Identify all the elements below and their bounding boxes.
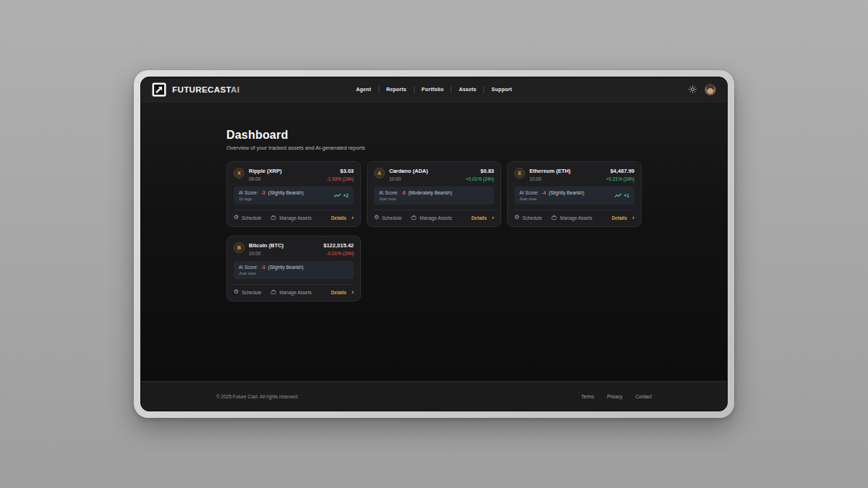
schedule-button[interactable]: ⚙ Schedule	[514, 215, 542, 221]
gear-icon: ⚙	[234, 290, 239, 294]
schedule-label: Schedule	[522, 215, 542, 221]
schedule-button[interactable]: ⚙ Schedule	[234, 290, 261, 295]
asset-avatar: X	[234, 168, 244, 179]
asset-time: 10:00	[249, 251, 284, 256]
footer-link-contact[interactable]: Contact	[636, 394, 652, 399]
brand: FUTURECASTAI	[152, 82, 239, 97]
asset-time: 10:00	[529, 176, 571, 181]
ai-score-label: AI Score:	[519, 190, 539, 195]
chevron-right-icon: ›	[352, 215, 354, 220]
card-actions: ⚙ Schedule Manage Assets	[514, 210, 634, 221]
card-actions: ⚙ Schedule Manage Assets	[234, 210, 354, 221]
schedule-button[interactable]: ⚙ Schedule	[234, 215, 261, 221]
trending-up-icon	[614, 193, 622, 198]
asset-price: $122,015.42	[323, 242, 354, 249]
ai-score-panel: AI Score: -3 (Slightly Bearish) Just now	[234, 261, 354, 280]
ai-score-updated: Just now	[239, 271, 304, 275]
ai-score-panel: AI Score: -3 (Slightly Bearish) 1h ago	[234, 187, 354, 205]
ai-score-value: -3	[261, 190, 265, 195]
logo-icon	[152, 82, 166, 97]
asset-avatar: E	[514, 168, 525, 179]
details-label: Details	[331, 290, 346, 295]
ai-score-sentiment: (Slightly Bearish)	[549, 190, 584, 195]
page-subtitle: Overview of your tracked assets and AI-g…	[226, 145, 642, 151]
chevron-right-icon: ›	[632, 215, 634, 220]
user-avatar[interactable]	[705, 84, 716, 95]
card-actions: ⚙ Schedule Manage Assets	[374, 210, 494, 221]
asset-name: Cardano (ADA)	[389, 168, 428, 174]
gear-icon: ⚙	[514, 215, 519, 220]
schedule-button[interactable]: ⚙ Schedule	[374, 215, 401, 221]
manage-assets-label: Manage Assets	[420, 215, 451, 221]
ai-score-label: AI Score:	[379, 190, 399, 195]
brand-name: FUTURECASTAI	[172, 85, 239, 94]
nav-item-agent[interactable]: Agent	[349, 87, 378, 92]
details-button[interactable]: Details ›	[331, 290, 354, 295]
asset-name: Bitcoin (BTC)	[249, 242, 284, 249]
app-window: FUTURECASTAI Agent Reports Portfolio Ass…	[140, 77, 728, 411]
details-button[interactable]: Details ›	[331, 215, 354, 221]
chevron-right-icon: ›	[352, 290, 354, 294]
manage-assets-label: Manage Assets	[279, 215, 311, 221]
trend-badge: +1	[614, 193, 629, 198]
brand-text: FUTURECAST	[172, 85, 231, 94]
ai-score-panel: AI Score: -6 (Moderately Bearish) Just n…	[374, 187, 494, 205]
asset-time: 09:00	[249, 176, 281, 181]
manage-assets-button[interactable]: Manage Assets	[411, 215, 451, 221]
nav-item-portfolio[interactable]: Portfolio	[414, 87, 451, 92]
trend-value: +2	[344, 193, 349, 198]
ai-score-updated: Just now	[379, 197, 452, 201]
asset-name: Ethereum (ETH)	[529, 168, 571, 174]
schedule-label: Schedule	[242, 215, 261, 221]
sun-icon	[689, 85, 697, 93]
asset-time: 10:00	[389, 176, 428, 181]
nav-item-assets[interactable]: Assets	[451, 87, 483, 92]
manage-assets-label: Manage Assets	[560, 215, 592, 221]
schedule-label: Schedule	[242, 290, 261, 295]
device-frame: FUTURECASTAI Agent Reports Portfolio Ass…	[134, 70, 734, 418]
briefcase-icon	[271, 289, 276, 295]
details-label: Details	[612, 215, 627, 221]
asset-card-cardano: A Cardano (ADA) 10:00 $0.83 +0.01% (24h)	[367, 161, 501, 227]
copyright-text: © 2025 Future Cast. All rights reserved.	[216, 394, 299, 399]
asset-card-ripple: X Ripple (XRP) 09:00 $3.03 -1.93% (24h)	[226, 161, 361, 227]
footer-links: Terms Privacy Contact	[582, 394, 652, 399]
ai-score-label: AI Score:	[239, 190, 258, 195]
main-nav: Agent Reports Portfolio Assets Support	[349, 77, 519, 101]
ai-score-panel: AI Score: -4 (Slightly Bearish) Just now	[514, 187, 634, 205]
details-button[interactable]: Details ›	[612, 215, 634, 221]
asset-card-bitcoin: B Bitcoin (BTC) 10:00 $122,015.42 -0.01%…	[226, 236, 361, 301]
manage-assets-button[interactable]: Manage Assets	[551, 215, 592, 221]
nav-item-reports[interactable]: Reports	[379, 87, 414, 92]
asset-change: +0.21% (24h)	[606, 176, 634, 181]
main-content: Dashboard Overview of your tracked asset…	[141, 102, 727, 381]
ai-score-value: -4	[542, 190, 546, 195]
briefcase-icon	[411, 215, 417, 221]
manage-assets-button[interactable]: Manage Assets	[271, 215, 311, 221]
details-button[interactable]: Details ›	[472, 215, 494, 221]
ai-score-value: -6	[401, 190, 406, 195]
header-right	[689, 84, 716, 95]
asset-card-ethereum: E Ethereum (ETH) 10:00 $4,487.99 +0.21% …	[507, 161, 642, 227]
app-footer: © 2025 Future Cast. All rights reserved.…	[141, 381, 727, 411]
footer-link-privacy[interactable]: Privacy	[607, 394, 622, 399]
ai-score-updated: Just now	[519, 197, 584, 201]
manage-assets-button[interactable]: Manage Assets	[271, 289, 311, 295]
asset-avatar: A	[374, 168, 385, 179]
footer-link-terms[interactable]: Terms	[582, 394, 595, 399]
briefcase-icon	[271, 215, 276, 221]
chevron-right-icon: ›	[492, 215, 494, 220]
asset-card-grid: X Ripple (XRP) 09:00 $3.03 -1.93% (24h)	[226, 161, 642, 301]
trending-up-icon	[333, 193, 341, 198]
ai-score-sentiment: (Slightly Bearish)	[268, 265, 304, 270]
gear-icon: ⚙	[234, 215, 239, 220]
trend-badge: +2	[333, 193, 349, 198]
theme-toggle-button[interactable]	[689, 85, 697, 93]
ai-score-sentiment: (Slightly Bearish)	[268, 190, 304, 195]
asset-name: Ripple (XRP)	[249, 168, 281, 174]
asset-change: +0.01% (24h)	[466, 176, 494, 181]
details-label: Details	[331, 215, 346, 221]
card-actions: ⚙ Schedule Manage Assets	[234, 284, 354, 295]
ai-score-sentiment: (Moderately Bearish)	[409, 190, 452, 195]
nav-item-support[interactable]: Support	[485, 87, 519, 92]
